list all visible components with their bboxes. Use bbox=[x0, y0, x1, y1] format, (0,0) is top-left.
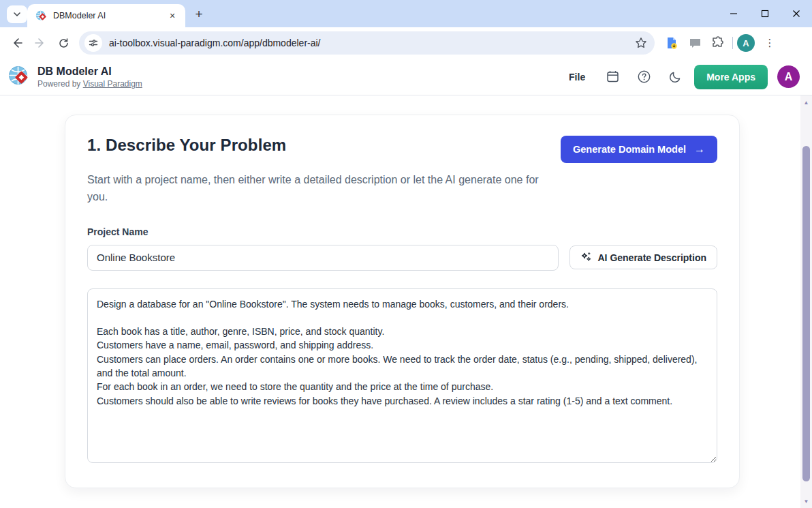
browser-menu-icon[interactable]: ⋮ bbox=[760, 33, 779, 53]
file-menu[interactable]: File bbox=[561, 66, 593, 88]
dark-mode-moon-icon[interactable] bbox=[663, 65, 687, 89]
extensions-puzzle-icon[interactable] bbox=[708, 33, 728, 53]
chevron-down-icon bbox=[13, 10, 21, 18]
extension-icons bbox=[661, 33, 728, 53]
generate-domain-model-label: Generate Domain Model bbox=[573, 144, 686, 155]
project-name-input[interactable] bbox=[87, 245, 559, 271]
section-heading: 1. Describe Your Problem bbox=[87, 136, 286, 155]
close-window-button[interactable] bbox=[781, 0, 812, 27]
scrollbar-down-arrow[interactable]: ▼ bbox=[800, 496, 812, 507]
help-icon[interactable] bbox=[631, 65, 656, 89]
user-avatar[interactable]: A bbox=[777, 65, 800, 88]
chat-extension-icon[interactable] bbox=[685, 33, 705, 53]
forward-button[interactable] bbox=[29, 31, 52, 55]
site-settings-icon[interactable] bbox=[84, 34, 102, 52]
ai-generate-description-button[interactable]: AI Generate Description bbox=[569, 245, 718, 269]
bookmark-star-icon[interactable] bbox=[631, 33, 651, 53]
browser-tab-strip: DBModeler AI × + bbox=[0, 0, 812, 27]
reload-button[interactable] bbox=[52, 31, 75, 55]
arrow-right-icon: → bbox=[694, 143, 705, 155]
visual-paradigm-link[interactable]: Visual Paradigm bbox=[83, 79, 142, 89]
browser-profile-avatar[interactable]: A bbox=[737, 34, 755, 52]
back-button[interactable] bbox=[5, 31, 29, 55]
powered-by-prefix: Powered by bbox=[37, 79, 83, 89]
address-bar[interactable]: ai-toolbox.visual-paradigm.com/app/dbmod… bbox=[79, 31, 655, 55]
section-subtitle: Start with a project name, then either w… bbox=[87, 172, 557, 206]
tab-title: DBModeler AI bbox=[53, 11, 166, 20]
tab-search-button[interactable] bbox=[7, 5, 27, 23]
browser-toolbar: ai-toolbox.visual-paradigm.com/app/dbmod… bbox=[0, 27, 812, 59]
describe-problem-card: 1. Describe Your Problem Generate Domain… bbox=[65, 115, 740, 488]
download-extension-icon[interactable] bbox=[661, 33, 682, 53]
app-logo bbox=[8, 65, 31, 88]
powered-by: Powered by Visual Paradigm bbox=[37, 79, 142, 89]
page-scrollbar[interactable]: ▲ ▼ bbox=[800, 95, 812, 508]
scrollbar-up-arrow[interactable]: ▲ bbox=[800, 97, 812, 108]
minimize-button[interactable] bbox=[718, 0, 749, 27]
page-content: 1. Describe Your Problem Generate Domain… bbox=[0, 95, 800, 508]
window-controls bbox=[718, 0, 812, 27]
generate-domain-model-button[interactable]: Generate Domain Model → bbox=[561, 136, 717, 163]
tab-close-icon[interactable]: × bbox=[166, 10, 178, 22]
project-name-label: Project Name bbox=[87, 226, 717, 237]
url-text[interactable]: ai-toolbox.visual-paradigm.com/app/dbmod… bbox=[109, 38, 631, 48]
new-tab-button[interactable]: + bbox=[191, 6, 207, 23]
scrollbar-thumb[interactable] bbox=[802, 146, 810, 481]
more-apps-button[interactable]: More Apps bbox=[694, 65, 768, 89]
ai-generate-description-label: AI Generate Description bbox=[598, 252, 707, 263]
projects-archive-icon[interactable] bbox=[600, 65, 625, 89]
site-favicon bbox=[35, 10, 47, 22]
problem-description-textarea[interactable]: Design a database for an "Online Booksto… bbox=[87, 288, 717, 463]
app-title: DB Modeler AI bbox=[37, 65, 142, 78]
maximize-button[interactable] bbox=[749, 0, 781, 27]
sparkles-icon bbox=[580, 252, 592, 263]
app-header: DB Modeler AI Powered by Visual Paradigm… bbox=[0, 59, 812, 95]
toolbar-separator bbox=[732, 37, 733, 49]
browser-tab[interactable]: DBModeler AI × bbox=[27, 4, 185, 27]
